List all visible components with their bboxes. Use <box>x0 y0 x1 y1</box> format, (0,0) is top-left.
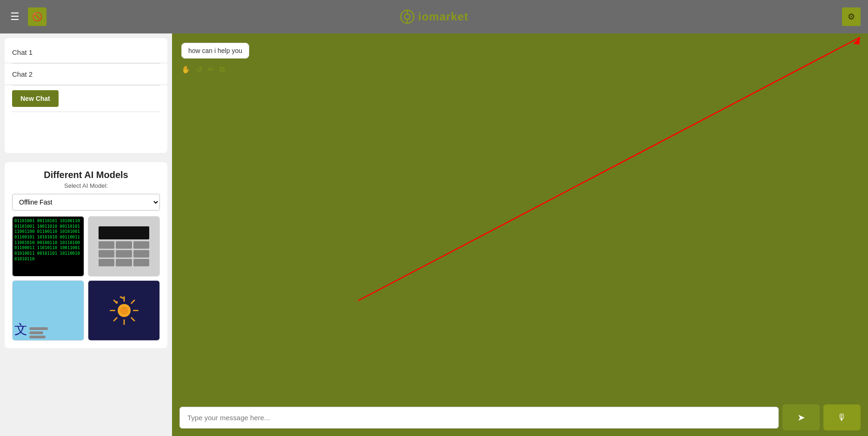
divider-2 <box>12 85 160 86</box>
sun-svg <box>108 294 140 327</box>
svg-line-14 <box>358 37 860 301</box>
sidebar: Chat 1 Chat 2 New Chat Different AI Mode… <box>0 33 172 436</box>
empty-space <box>5 112 167 149</box>
message-input[interactable] <box>179 407 779 429</box>
chat-item-2[interactable]: Chat 2 <box>5 64 167 85</box>
calc-btn-7 <box>99 259 115 266</box>
header-right: ⚙ <box>842 7 861 26</box>
edit-icon[interactable]: ✏ <box>208 65 214 74</box>
translate-line-2 <box>29 331 43 334</box>
eye-slash-icon: 🚫 <box>32 12 42 22</box>
mic-icon: 🎙 <box>837 412 847 423</box>
svg-point-13 <box>120 306 128 315</box>
header: ☰ 🚫 iomarket ⚙ <box>0 0 868 33</box>
matrix-visual: 01101001 00110101 10100110 01101001 1001… <box>13 217 84 276</box>
calculator-visual <box>88 217 159 276</box>
chat-list-panel: Chat 1 Chat 2 New Chat <box>5 38 167 153</box>
svg-line-12 <box>113 317 117 321</box>
calc-btn-1 <box>99 241 115 249</box>
main-layout: Chat 1 Chat 2 New Chat Different AI Mode… <box>0 33 868 436</box>
logo-icon <box>399 9 414 24</box>
calc-btn-8 <box>116 259 132 266</box>
calc-btn-4 <box>99 250 115 258</box>
greeting-bubble: how can i help you <box>181 43 249 59</box>
hamburger-button[interactable]: ☰ <box>7 10 22 24</box>
model-thumb-sun[interactable] <box>88 280 160 341</box>
hand-icon[interactable]: ✋ <box>181 65 191 74</box>
ai-models-subtitle: Select AI Model: <box>12 182 160 189</box>
svg-point-1 <box>404 14 410 20</box>
message-actions: ✋ ↺ ✏ ⧉ <box>181 65 859 74</box>
calc-btn-3 <box>133 241 150 249</box>
calc-buttons <box>99 241 150 266</box>
model-thumb-matrix[interactable]: 01101001 00110101 10100110 01101001 1001… <box>12 216 84 277</box>
send-button[interactable]: ➤ <box>782 404 820 430</box>
translate-lines <box>29 327 48 338</box>
model-thumbnails: 01101001 00110101 10100110 01101001 1001… <box>12 216 160 341</box>
eye-button[interactable]: 🚫 <box>28 7 46 26</box>
refresh-icon[interactable]: ↺ <box>196 65 202 74</box>
ai-model-select[interactable]: Offline Fast GPT-4 Claude Gemini <box>12 194 160 211</box>
calc-screen <box>99 226 150 239</box>
copy-icon[interactable]: ⧉ <box>219 65 225 74</box>
calc-btn-2 <box>116 241 132 249</box>
ai-models-title: Different AI Models <box>12 170 160 180</box>
input-area: ➤ 🎙 <box>172 399 868 436</box>
settings-button[interactable]: ⚙ <box>842 7 861 26</box>
mic-button[interactable]: 🎙 <box>823 404 861 430</box>
chat-item-1[interactable]: Chat 1 <box>5 42 167 63</box>
translate-line-3 <box>29 336 46 338</box>
chat-messages: how can i help you ✋ ↺ ✏ ⧉ <box>172 33 868 399</box>
model-thumb-translate[interactable]: 文 <box>12 280 84 341</box>
gear-icon: ⚙ <box>848 12 855 22</box>
sun-visual <box>88 281 159 340</box>
translate-line-1 <box>29 327 48 330</box>
translate-icon: 文 <box>14 321 27 338</box>
new-chat-button[interactable]: New Chat <box>12 90 59 107</box>
matrix-text-1: 01101001 00110101 10100110 01101001 1001… <box>14 218 82 262</box>
header-left: ☰ 🚫 <box>7 7 46 26</box>
ai-models-panel: Different AI Models Select AI Model: Off… <box>5 162 167 348</box>
header-center: iomarket <box>399 9 468 24</box>
annotation-arrow <box>172 33 868 399</box>
send-icon: ➤ <box>797 412 805 423</box>
svg-line-11 <box>131 300 134 304</box>
content-area: how can i help you ✋ ↺ ✏ ⧉ ➤ <box>172 33 868 436</box>
calc-btn-5 <box>116 250 132 258</box>
calc-btn-9 <box>133 259 150 266</box>
message-container: how can i help you ✋ ↺ ✏ ⧉ <box>181 43 859 74</box>
logo-text: iomarket <box>418 10 468 23</box>
translate-visual: 文 <box>13 281 84 340</box>
model-thumb-calculator[interactable] <box>88 216 160 277</box>
svg-line-10 <box>131 317 134 321</box>
calc-btn-6 <box>133 250 150 258</box>
